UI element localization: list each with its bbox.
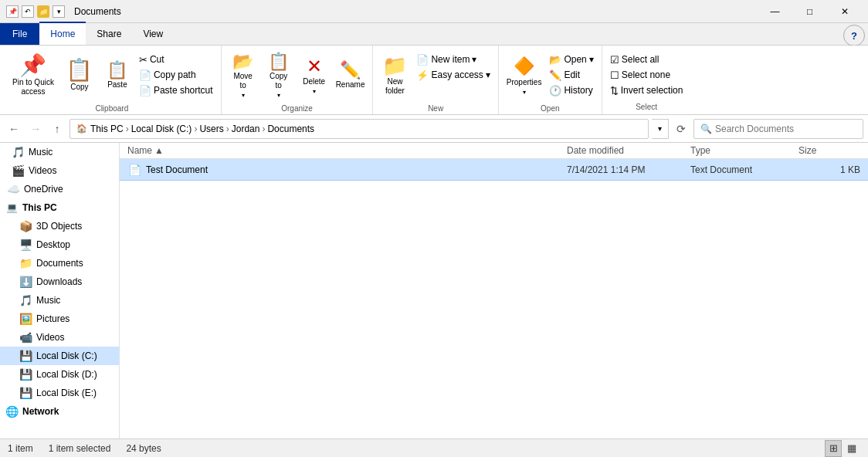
file-date: 7/14/2021 1:14 PM <box>567 164 690 175</box>
downloads-icon: ⬇️ <box>19 276 32 288</box>
open-label: Open <box>564 54 586 65</box>
history-button[interactable]: 🕐 History <box>546 83 596 98</box>
sidebar-label-documents: Documents <box>36 258 83 269</box>
tab-file[interactable]: File <box>0 23 39 45</box>
new-folder-button[interactable]: 📁 Newfolder <box>378 49 412 103</box>
tab-home[interactable]: Home <box>39 22 86 45</box>
rename-label: Rename <box>336 80 365 90</box>
column-date[interactable]: Date modified <box>567 145 690 156</box>
tab-view[interactable]: View <box>132 23 174 45</box>
sidebar-label-videos2: Videos <box>36 332 64 343</box>
close-button[interactable]: ✕ <box>827 0 862 23</box>
undo-btn[interactable]: ↶ <box>22 5 34 18</box>
path-jordan[interactable]: Jordan <box>232 124 260 134</box>
properties-button[interactable]: 🔶 Properties ▾ <box>504 49 545 103</box>
column-size[interactable]: Size <box>798 145 860 156</box>
maximize-button[interactable]: □ <box>792 0 827 23</box>
search-input[interactable] <box>715 124 856 134</box>
path-documents[interactable]: Documents <box>267 124 314 134</box>
sidebar-label-videos: Videos <box>29 165 56 176</box>
path-sep-2: › <box>194 124 197 134</box>
dropdown-btn[interactable]: ▾ <box>53 5 65 18</box>
copy-to-arrow: ▾ <box>277 92 280 99</box>
sidebar-item-pictures[interactable]: 🖼️ Pictures <box>0 310 119 328</box>
sidebar-item-music2[interactable]: 🎵 Music <box>0 291 119 310</box>
forward-button[interactable]: → <box>26 120 45 138</box>
back-button[interactable]: ← <box>5 120 23 138</box>
rename-button[interactable]: ✏️ Rename <box>333 49 368 103</box>
cut-button[interactable]: ✂ Cut <box>136 52 216 67</box>
select-none-button[interactable]: ☐ Select none <box>607 67 687 83</box>
sidebar-item-thispc[interactable]: 💻 This PC <box>0 198 119 217</box>
new-group-label: New <box>428 103 443 113</box>
window-title: Documents <box>74 6 121 17</box>
invert-selection-button[interactable]: ⇅ Invert selection <box>607 83 687 98</box>
selected-size: 24 bytes <box>126 443 161 454</box>
path-thispc[interactable]: This PC <box>90 124 124 134</box>
sidebar-item-documents[interactable]: 📁 Documents <box>0 254 119 273</box>
address-dropdown[interactable]: ▾ <box>652 119 669 139</box>
delete-button[interactable]: ✕ Delete ▾ <box>297 49 331 103</box>
copy-path-button[interactable]: 📄 Copy path <box>136 67 216 83</box>
new-item-button[interactable]: 📄 New item ▾ <box>413 52 493 67</box>
select-all-button[interactable]: ☑ Select all <box>607 52 687 67</box>
sidebar-item-network[interactable]: 🌐 Network <box>0 402 119 421</box>
music2-icon: 🎵 <box>19 294 32 306</box>
thispc-icon: 💻 <box>5 202 19 213</box>
details-view-button[interactable]: ⊞ <box>825 440 842 457</box>
sidebar-item-videos2[interactable]: 📹 Videos <box>0 328 119 347</box>
easy-access-button[interactable]: ⚡ Easy access ▾ <box>413 67 493 83</box>
search-box[interactable]: 🔍 <box>693 119 863 139</box>
large-icons-view-button[interactable]: ▦ <box>843 440 860 457</box>
sort-arrow: ▲ <box>154 145 164 156</box>
sidebar: 🎵 Music 🎬 Videos ☁️ OneDrive 💻 This PC 📦… <box>0 143 120 438</box>
copy-button[interactable]: 📋 Copy <box>60 49 99 103</box>
sidebar-label-network: Network <box>22 406 59 417</box>
up-button[interactable]: ↑ <box>48 120 66 138</box>
refresh-button[interactable]: ⟳ <box>672 120 690 138</box>
column-name[interactable]: Name ▲ <box>127 145 567 156</box>
sidebar-item-localdiske[interactable]: 💾 Local Disk (E:) <box>0 384 119 402</box>
path-users[interactable]: Users <box>199 124 223 134</box>
sidebar-item-videos[interactable]: 🎬 Videos <box>0 161 119 180</box>
paste-button[interactable]: 📋 Paste <box>100 49 134 103</box>
pin-to-quick-access-button[interactable]: 📌 Pin to Quickaccess <box>8 49 59 103</box>
open-button[interactable]: 📂 Open ▾ <box>546 52 596 67</box>
new-folder-icon: 📁 <box>382 56 407 76</box>
quick-access-btn[interactable]: 📌 <box>6 5 19 18</box>
path-sep-1: › <box>126 124 129 134</box>
edit-icon: ✏️ <box>549 69 561 81</box>
sidebar-item-onedrive[interactable]: ☁️ OneDrive <box>0 180 119 198</box>
paste-shortcut-button[interactable]: 📄 Paste shortcut <box>136 83 216 98</box>
sidebar-label-3dobjects: 3D Objects <box>36 221 82 232</box>
copy-label: Copy <box>70 83 88 92</box>
sidebar-item-downloads[interactable]: ⬇️ Downloads <box>0 273 119 291</box>
move-to-icon: 📂 <box>232 53 253 70</box>
edit-button[interactable]: ✏️ Edit <box>546 67 596 83</box>
sidebar-item-localdiskc[interactable]: 💾 Local Disk (C:) <box>0 347 119 365</box>
move-to-button[interactable]: 📂 Moveto ▾ <box>226 49 260 103</box>
table-row[interactable]: 📄 Test Document 7/14/2021 1:14 PM Text D… <box>120 159 868 181</box>
sidebar-item-3dobjects[interactable]: 📦 3D Objects <box>0 217 119 235</box>
sidebar-item-music[interactable]: 🎵 Music <box>0 143 119 161</box>
copy-path-icon: 📄 <box>139 69 151 81</box>
help-button[interactable]: ? <box>843 25 865 46</box>
selected-count: 1 item selected <box>49 443 111 454</box>
select-stack: ☑ Select all ☐ Select none ⇅ Invert sele… <box>607 49 687 98</box>
organize-group-label: Organize <box>281 103 313 113</box>
copy-to-button[interactable]: 📋 Copyto ▾ <box>262 49 296 103</box>
copy-icon: 📋 <box>66 59 93 81</box>
tab-share[interactable]: Share <box>86 23 132 45</box>
network-icon: 🌐 <box>5 405 19 418</box>
minimize-button[interactable]: — <box>758 0 792 23</box>
address-path[interactable]: 🏠 This PC › Local Disk (C:) › Users › Jo… <box>70 119 649 139</box>
sidebar-item-localdiskd[interactable]: 💾 Local Disk (D:) <box>0 365 119 384</box>
path-localdisk[interactable]: Local Disk (C:) <box>131 124 192 134</box>
column-type[interactable]: Type <box>690 145 798 156</box>
3dobjects-icon: 📦 <box>19 220 32 232</box>
easy-access-icon: ⚡ <box>416 69 429 81</box>
cut-label: Cut <box>150 54 164 65</box>
localdiskd-icon: 💾 <box>19 368 32 381</box>
localdiskc-icon: 💾 <box>19 350 32 362</box>
sidebar-item-desktop[interactable]: 🖥️ Desktop <box>0 235 119 254</box>
